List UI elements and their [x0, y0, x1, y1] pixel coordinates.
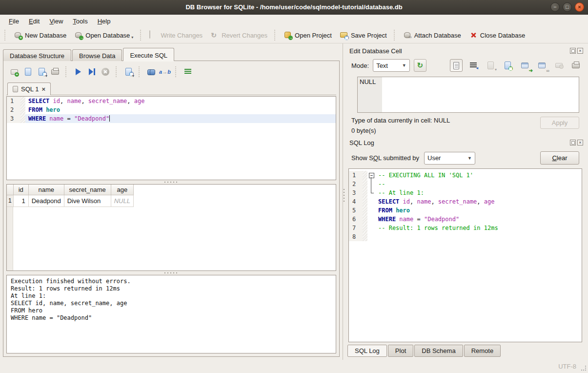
results-table[interactable]: id name secret_name age 1 1 Deadpond Div… [7, 185, 134, 207]
open-sql-file-icon[interactable] [22, 66, 34, 78]
submitter-select[interactable]: User ▼ [424, 152, 475, 165]
save-project-icon: ▦ [340, 31, 348, 40]
tab-sql-log[interactable]: SQL Log [347, 345, 387, 357]
format-sql-icon[interactable] [182, 66, 194, 78]
fold-marker-icon[interactable] [367, 171, 375, 180]
line-number: 1 [7, 97, 20, 105]
float-dock-icon[interactable] [570, 140, 576, 145]
minimize-button[interactable]: − [550, 2, 560, 12]
code-text: -- Result: 1 rows returned in 12ms [375, 224, 582, 232]
clear-button[interactable]: Clear [540, 151, 579, 165]
tab-db-schema[interactable]: DB Schema [414, 345, 463, 357]
apply-button: Apply [540, 117, 579, 129]
code-line: 4SELECT id, name, secret_name, age [349, 197, 582, 206]
print-cell-icon[interactable] [569, 59, 582, 72]
find-icon[interactable] [145, 66, 157, 78]
sql-tab-1[interactable]: SQL 1 × [7, 83, 51, 95]
fold-guide [367, 215, 375, 224]
menu-tools[interactable]: Tools [68, 16, 92, 27]
menubar: File Edit View Tools Help [0, 15, 588, 27]
fold-margin [363, 171, 367, 180]
sql-subtab-bar: SQL 1 × [6, 81, 336, 95]
cell-value-editor[interactable]: NULL [357, 77, 579, 113]
revert-changes-button: ↻ Revert Changes [207, 29, 271, 41]
code-text: SELECT id, name, secret_name, age [375, 197, 582, 206]
save-project-button[interactable]: ▦ Save Project [336, 29, 390, 41]
column-header-secret-name[interactable]: secret_name [64, 185, 111, 195]
fold-guide [367, 188, 375, 197]
code-text: WHERE name = "Deadpond" [375, 215, 582, 224]
tab-execute-sql[interactable]: Execute SQL [123, 48, 174, 61]
fold-margin [363, 197, 367, 206]
float-dock-icon[interactable] [570, 48, 576, 54]
table-row: 1 1 Deadpond Dive Wilson NULL [7, 195, 133, 207]
titlebar: DB Browser for SQLite - /home/user/code/… [0, 0, 588, 15]
right-panel: Edit Database Cell × Mode: Text ▼ ↻ ▾ ▦ [345, 43, 588, 360]
column-header-age[interactable]: age [111, 185, 133, 195]
attach-database-button[interactable]: ∞ Attach Database [400, 29, 465, 41]
sql-editor[interactable]: 1SELECT id, name, secret_name, age2FROM … [6, 96, 336, 180]
resize-grip-icon[interactable] [581, 365, 587, 371]
cell-secret-name[interactable]: Dive Wilson [64, 195, 111, 207]
execute-line-icon[interactable] [86, 66, 98, 78]
code-text: SELECT id, name, secret_name, age [25, 97, 336, 105]
menu-file[interactable]: File [4, 16, 24, 27]
line-number: 1 [349, 171, 363, 180]
cell-age[interactable]: NULL [111, 195, 133, 207]
toolbar-separator [65, 66, 68, 77]
fold-margin [363, 180, 367, 188]
results-message-splitter[interactable] [6, 271, 336, 275]
fold-guide [367, 224, 375, 232]
open-database-button[interactable]: → Open Database ▾ [71, 29, 137, 41]
new-database-button[interactable]: + New Database [10, 29, 70, 41]
save-sql-file-icon[interactable]: ▦▾ [36, 66, 47, 78]
menu-help[interactable]: Help [93, 16, 116, 27]
word-wrap-icon[interactable] [467, 59, 480, 72]
close-database-button[interactable]: Close Database [466, 29, 529, 41]
editor-results-splitter[interactable] [6, 180, 336, 184]
menu-view[interactable]: View [44, 16, 68, 27]
close-dock-icon[interactable]: × [577, 140, 583, 145]
column-header-id[interactable]: id [13, 185, 28, 195]
text-mode-icon[interactable] [450, 59, 463, 72]
tab-database-structure[interactable]: Database Structure [3, 49, 71, 61]
maximize-button[interactable]: □ [563, 2, 572, 12]
fold-guide [367, 197, 375, 206]
link-cell-icon[interactable]: ∞ [535, 59, 548, 72]
open-database-dropdown-icon[interactable]: ▾ [131, 35, 133, 40]
export-cell-icon[interactable]: ➜ [518, 59, 531, 72]
mode-select[interactable]: Text ▼ [373, 59, 410, 72]
line-number: 8 [349, 232, 363, 241]
sql-tab-close-icon[interactable]: × [41, 87, 45, 92]
tab-browse-data[interactable]: Browse Data [72, 49, 122, 61]
fold-margin [363, 224, 367, 232]
line-number: 3 [7, 114, 20, 123]
fold-guide [367, 206, 375, 215]
new-sql-tab-icon[interactable]: + [8, 66, 20, 78]
chevron-down-icon: ▼ [467, 156, 472, 161]
statusbar: UTF-8 [0, 360, 588, 373]
open-project-button[interactable]: → Open Project [280, 29, 335, 41]
tab-plot[interactable]: Plot [388, 345, 413, 357]
encoding-indicator[interactable]: UTF-8 [558, 363, 576, 370]
menu-edit[interactable]: Edit [24, 16, 44, 27]
row-header[interactable]: 1 [7, 195, 13, 207]
import-cell-icon[interactable]: ▦ [501, 59, 514, 72]
column-header-name[interactable]: name [28, 185, 64, 195]
auto-mode-gear-icon[interactable]: ↻ [414, 59, 426, 72]
sql-log-view[interactable]: 1-- EXECUTING ALL IN 'SQL 1'2--3-- At li… [348, 168, 582, 342]
chevron-down-icon: ▼ [402, 63, 406, 68]
close-button[interactable]: × [575, 2, 584, 12]
close-dock-icon[interactable]: × [577, 48, 583, 54]
text-cursor [109, 115, 110, 122]
print-sql-icon[interactable] [49, 66, 61, 78]
tab-remote[interactable]: Remote [464, 345, 501, 357]
execution-message-box: Execution finished without errors. Resul… [6, 275, 336, 353]
cell-name[interactable]: Deadpond [28, 195, 64, 207]
cell-id[interactable]: 1 [13, 195, 28, 207]
find-replace-icon[interactable]: a→b [159, 66, 171, 78]
toolbar-separator [394, 30, 396, 41]
panel-splitter[interactable] [343, 43, 345, 360]
execute-all-icon[interactable] [72, 66, 84, 78]
export-results-icon[interactable]: ▦▾ [122, 66, 134, 78]
